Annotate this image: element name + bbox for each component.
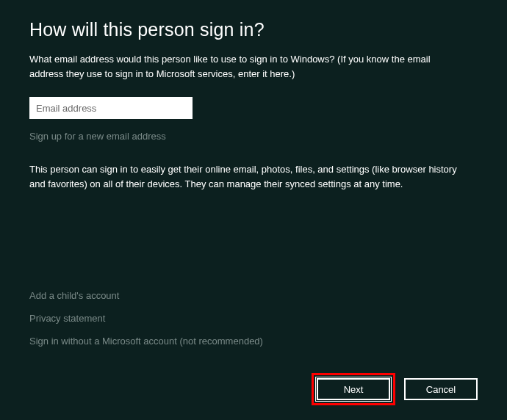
bottom-links: Add a child's account Privacy statement … <box>29 290 263 358</box>
add-child-account-link[interactable]: Add a child's account <box>29 290 263 301</box>
next-button-highlight: Next <box>312 373 395 405</box>
privacy-statement-link[interactable]: Privacy statement <box>29 313 263 324</box>
description-text: This person can sign in to easily get th… <box>29 162 470 191</box>
dialog-container: How will this person sign in? What email… <box>0 0 507 420</box>
next-button[interactable]: Next <box>317 378 390 400</box>
page-title: How will this person sign in? <box>29 19 478 40</box>
email-field[interactable] <box>29 97 193 119</box>
button-row: Next Cancel <box>312 373 478 405</box>
cancel-button[interactable]: Cancel <box>404 378 478 400</box>
signup-link[interactable]: Sign up for a new email address <box>29 131 478 142</box>
signin-without-ms-link[interactable]: Sign in without a Microsoft account (not… <box>29 336 263 347</box>
intro-text: What email address would this person lik… <box>29 52 456 81</box>
